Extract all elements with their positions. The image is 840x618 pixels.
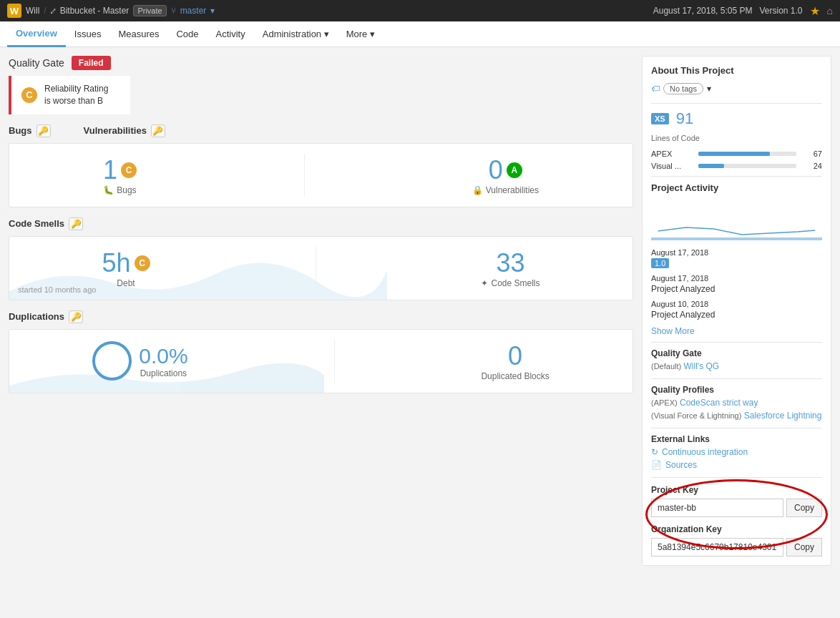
qg-link[interactable]: Will's QG: [684, 361, 720, 371]
ext-link-sources[interactable]: 📄 Sources: [651, 460, 822, 470]
ext-link-ci[interactable]: ↻ Continuous integration: [651, 447, 822, 457]
nav-bar: Overview Issues Measures Code Activity A…: [0, 21, 840, 47]
activity-date-2: August 10, 2018: [651, 300, 822, 308]
lang-vf-bar-bg: [698, 164, 796, 168]
code-smells-key-icon[interactable]: 🔑: [69, 217, 83, 230]
nav-activity[interactable]: Activity: [207, 21, 254, 47]
org-key-copy-btn[interactable]: Copy: [786, 538, 822, 556]
vuln-key-icon[interactable]: 🔑: [151, 124, 165, 137]
activity-label-1: Project Analyzed: [651, 284, 715, 294]
project-key-section: Project Key Copy: [651, 485, 822, 517]
bugs-metric: 1 C 🐛 Bugs: [103, 155, 137, 195]
star-icon[interactable]: ★: [810, 4, 820, 18]
branch-link[interactable]: master: [180, 6, 207, 16]
xs-badge: XS: [651, 113, 669, 124]
duplications-key-icon[interactable]: 🔑: [69, 310, 83, 323]
dup-circle: [92, 341, 132, 381]
qp-apex-link[interactable]: CodeScan strict way: [680, 398, 758, 408]
dup-blocks-metric: 0 Duplicated Blocks: [481, 341, 549, 381]
project-key-input-row: Copy: [651, 499, 822, 517]
code-smells-title: Code Smells: [9, 218, 64, 229]
nav-code[interactable]: Code: [167, 21, 207, 47]
private-badge: Private: [133, 5, 166, 16]
version: Version 1.0: [759, 6, 802, 16]
org-key-input[interactable]: [651, 538, 783, 556]
qg-info-title: Quality Gate: [651, 348, 822, 358]
smells-icon: ✦: [481, 278, 488, 288]
project-key-input[interactable]: [651, 499, 783, 517]
home-icon[interactable]: ⌂: [827, 5, 833, 16]
nav-administration[interactable]: Administration ▾: [254, 21, 338, 47]
nav-overview[interactable]: Overview: [7, 21, 66, 47]
activity-entry-2: August 10, 2018 Project Analyzed: [651, 300, 822, 320]
org-key-label: Organization Key: [651, 524, 822, 534]
tag-icon: 🏷: [651, 84, 660, 94]
bugs-grade: C: [121, 162, 137, 178]
nav-more[interactable]: More ▾: [338, 21, 384, 47]
vulnerabilities-title: Vulnerabilities: [84, 125, 147, 136]
dup-label: Duplications: [139, 368, 187, 378]
sources-link[interactable]: Sources: [665, 460, 697, 470]
lang-vf-count: 24: [801, 162, 822, 170]
org-key-section: Organization Key Copy: [651, 524, 822, 556]
lang-apex-bar-bg: [698, 152, 796, 156]
user-link[interactable]: Will: [26, 6, 39, 16]
dup-metric: 0.0% Duplications: [92, 341, 187, 381]
sources-icon: 📄: [651, 460, 662, 470]
tags-row: 🏷 No tags ▾: [651, 83, 822, 94]
quality-gate-header: Quality Gate Failed: [9, 56, 633, 70]
bugs-count: 1: [103, 155, 117, 185]
loc-row: XS 91: [651, 109, 822, 128]
activity-chart: [651, 199, 822, 242]
tags-badge[interactable]: No tags: [663, 83, 703, 94]
smells-count: 33: [496, 248, 524, 278]
lang-apex-bar-fill: [698, 152, 770, 156]
debt-label: Debt: [117, 278, 135, 288]
languages-section: APEX 67 Visual ... 24: [651, 149, 822, 170]
dup-pct: 0.0%: [139, 344, 187, 368]
lang-vf-bar-fill: [698, 164, 724, 168]
qp-vf-link[interactable]: Salesforce Lightning: [744, 411, 822, 421]
code-smells-card: 5h C Debt 33 ✦ Code Smells: [9, 236, 633, 300]
external-links-section: External Links ↻ Continuous integration …: [651, 434, 822, 470]
ci-link[interactable]: Continuous integration: [662, 447, 748, 457]
separator: /: [44, 6, 46, 16]
ci-icon: ↻: [651, 447, 658, 457]
bugs-icon: 🐛: [103, 185, 114, 195]
lang-apex-name: APEX: [651, 149, 694, 158]
bugs-key-icon[interactable]: 🔑: [36, 124, 51, 137]
duplications-title: Duplications: [9, 311, 64, 322]
quality-profiles-info: Quality Profiles (APEX) CodeScan strict …: [651, 385, 822, 421]
dup-blocks-count: 0: [481, 341, 549, 371]
quality-gate-condition: Reliability Rating is worse than B: [44, 83, 108, 107]
qp-vf-prefix: (Visual Force & Lightning): [651, 411, 741, 420]
activity-entry-0: August 17, 2018 1.0: [651, 248, 822, 268]
quality-gate-status: Failed: [72, 56, 111, 70]
vuln-count: 0: [489, 155, 503, 185]
vuln-metric: 0 A 🔒 Vulnerabilities: [472, 155, 539, 195]
bugs-title: Bugs: [9, 125, 32, 136]
duplications-card: 0.0% Duplications 0 Duplicated Blocks: [9, 329, 633, 393]
about-box: About This Project 🏷 No tags ▾ XS 91 Lin…: [642, 56, 831, 566]
nav-measures[interactable]: Measures: [109, 21, 167, 47]
nav-issues[interactable]: Issues: [66, 21, 110, 47]
svg-rect-0: [651, 237, 822, 240]
tags-arrow: ▾: [707, 84, 711, 94]
qp-apex-prefix: (APEX): [651, 398, 678, 407]
version-tag: 1.0: [651, 258, 669, 268]
quality-gate-title: Quality Gate: [9, 57, 64, 69]
debt-value: 5h: [102, 248, 130, 278]
activity-entry-1: August 17, 2018 Project Analyzed: [651, 274, 822, 294]
qp-vf: (Visual Force & Lightning) Salesforce Li…: [651, 411, 822, 421]
quality-gate-info: Quality Gate (Default) Will's QG: [651, 348, 822, 371]
qg-default-label: (Default): [651, 362, 681, 371]
logo: W: [7, 4, 21, 18]
vuln-icon: 🔒: [472, 185, 483, 195]
lang-vf-name: Visual ...: [651, 162, 694, 170]
org-key-input-row: Copy: [651, 538, 822, 556]
show-more-link[interactable]: Show More: [651, 326, 695, 336]
project-key-copy-btn[interactable]: Copy: [786, 499, 822, 517]
project-icon: ⑇: [51, 6, 56, 15]
project-link[interactable]: Bitbucket - Master: [60, 6, 130, 16]
loc-count: 91: [676, 109, 693, 128]
